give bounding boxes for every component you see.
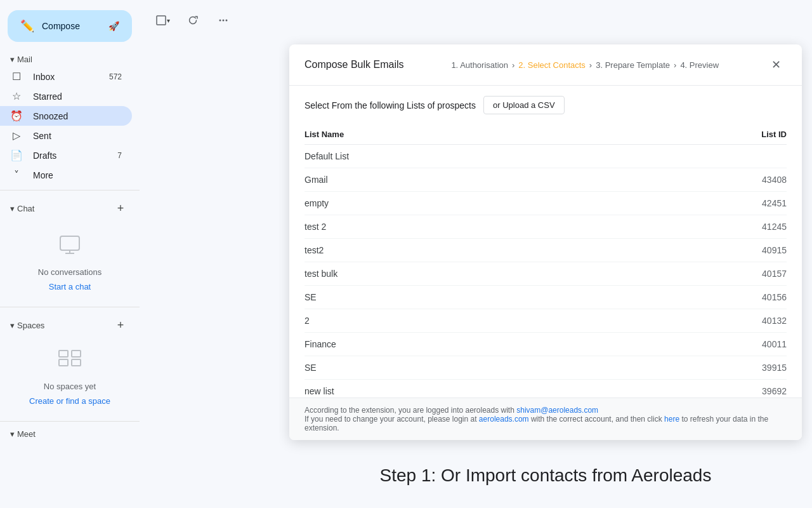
breadcrumb-sep3: › [674,60,676,70]
table-row[interactable]: SE40156 [304,286,787,309]
chat-empty-icon [57,231,82,262]
chat-section-label: Chat [17,204,34,213]
svg-rect-0 [60,236,79,250]
list-id-cell: 40157 [612,262,787,286]
sidebar-item-starred[interactable]: ☆ Starred [0,86,132,106]
spaces-empty-icon [57,348,82,377]
create-space-link[interactable]: Create or find a space [29,396,110,406]
spaces-empty-state: No spaces yet Create or find a space [0,338,140,416]
modal-header: Compose Bulk Emails 1. Authorisation › 2… [289,44,802,86]
modal-body: Select From the following Lists of prosp… [289,86,802,398]
select-heading-text: Select From the following Lists of prosp… [304,100,476,110]
sidebar-item-sent[interactable]: ▷ Sent [0,126,132,145]
chat-empty-state: No conversations Start a chat [0,221,140,302]
modal-footer: According to the extension, you are logg… [289,398,802,440]
list-name-cell: SE [304,286,612,309]
inbox-icon: ☐ [10,70,23,83]
list-id-cell: 41245 [612,215,787,239]
sidebar-item-snoozed[interactable]: ⏰ Snoozed [0,106,132,126]
table-row[interactable]: 240132 [304,309,787,333]
breadcrumb-step1: 1. Authorisation [451,60,508,70]
list-id-cell: 40011 [612,333,787,356]
spaces-section-label: Spaces [17,321,44,330]
sidebar-item-drafts[interactable]: 📄 Drafts 7 [0,145,132,165]
divider-3 [0,421,140,422]
chat-section-header[interactable]: ▾ Chat + [0,196,140,221]
chat-add-button[interactable]: + [112,199,129,217]
snoozed-label: Snoozed [33,111,68,121]
table-row[interactable]: Gmail43408 [304,168,787,192]
table-row[interactable]: empty42451 [304,192,787,215]
spaces-no-spaces: No spaces yet [44,382,96,391]
list-name-cell: test2 [304,239,612,262]
list-id-cell: 40132 [612,309,787,333]
breadcrumb-step4: 4. Preview [680,60,719,70]
meet-chevron-icon: ▾ [10,429,15,439]
breadcrumb-sep2: › [589,60,592,70]
modal-title: Compose Bulk Emails [304,59,404,70]
more-icon: ˅ [10,169,23,181]
sidebar-item-inbox[interactable]: ☐ Inbox 572 [0,67,132,86]
select-header: Select From the following Lists of prosp… [289,86,802,124]
sidebar-item-more[interactable]: ˅ More [0,165,132,185]
sent-label: Sent [33,131,51,141]
inbox-count: 572 [109,72,122,81]
list-name-cell: SE [304,356,612,380]
footer-line2-mid: with the correct account, and then click [529,415,664,424]
footer-line2: If you need to change your account, plea… [304,415,787,432]
more-label: More [33,170,53,180]
svg-rect-5 [72,351,81,357]
mail-section-label: ▾ Mail [0,52,140,67]
drafts-icon: 📄 [10,149,23,161]
list-id-cell: 40915 [612,239,787,262]
topbar: ▾ [279,0,812,41]
chat-no-conversations: No conversations [38,267,102,277]
footer-line2-prefix: If you need to change your account, plea… [304,415,479,424]
list-id-cell: 43408 [612,168,787,192]
modal-close-button[interactable]: ✕ [766,55,787,75]
sent-icon: ▷ [10,130,23,142]
chat-chevron-icon: ▾ [10,204,15,213]
footer-email-link[interactable]: shivam@aeroleads.com [516,406,598,415]
list-id-cell [612,145,787,168]
rocket-icon: 🚀 [108,21,119,31]
list-name-cell: Default List [304,145,612,168]
divider-2 [0,307,140,307]
table-row[interactable]: Finance40011 [304,333,787,356]
lists-table: List Name List ID Default ListGmail43408… [304,124,787,398]
lists-table-container: List Name List ID Default ListGmail43408… [289,124,802,398]
table-row[interactable]: test 241245 [304,215,787,239]
list-id-cell: 42451 [612,192,787,215]
footer-line1-prefix: According to the extension, you are logg… [304,406,516,415]
svg-rect-6 [72,359,81,366]
star-icon: ☆ [10,90,23,102]
main-content: ▾ Compose Bulk Emails 1. Authorisation ›… [279,0,812,508]
svg-rect-4 [59,359,68,366]
footer-site-link[interactable]: aeroleads.com [479,415,529,424]
list-name-cell: empty [304,192,612,215]
starred-label: Starred [33,91,62,102]
footer-here-link[interactable]: here [664,415,679,424]
list-id-cell: 39692 [612,380,787,398]
table-row[interactable]: new list39692 [304,380,787,398]
list-name-cell: test 2 [304,215,612,239]
divider-1 [0,190,140,190]
start-chat-link[interactable]: Start a chat [49,282,91,291]
spaces-section-header[interactable]: ▾ Spaces + [0,312,140,338]
spaces-add-button[interactable]: + [112,316,129,334]
list-id-cell: 40156 [612,286,787,309]
drafts-count: 7 [117,151,122,160]
list-name-cell: Gmail [304,168,612,192]
table-row[interactable]: test240915 [304,239,787,262]
compose-button[interactable]: ✏️ Compose 🚀 [8,10,132,42]
upload-csv-button[interactable]: or Upload a CSV [483,96,565,114]
list-id-cell: 39915 [612,356,787,380]
table-row[interactable]: Default List [304,145,787,168]
table-row[interactable]: SE39915 [304,356,787,380]
meet-section-label[interactable]: ▾ Meet [0,427,140,441]
snoozed-icon: ⏰ [10,110,23,122]
table-row[interactable]: test bulk40157 [304,262,787,286]
spaces-chevron-icon: ▾ [10,321,15,330]
inbox-label: Inbox [33,72,55,82]
compose-label: Compose [42,21,80,31]
